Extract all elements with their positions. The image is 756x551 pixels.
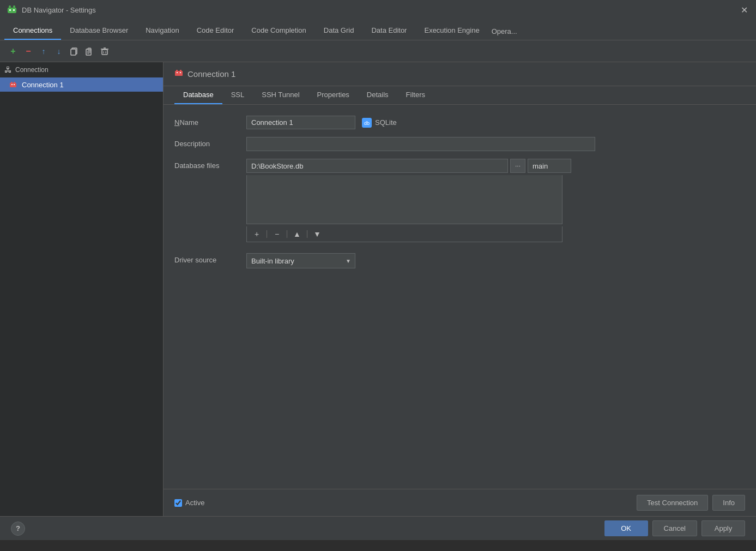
tab-code-completion[interactable]: Code Completion: [243, 22, 315, 40]
delete-button[interactable]: [98, 45, 111, 58]
connection1-icon: [9, 80, 17, 89]
svg-rect-4: [13, 9, 15, 11]
ok-button[interactable]: OK: [604, 520, 648, 536]
svg-rect-24: [180, 70, 182, 72]
content-panel: Connection 1 Database SSL SSH Tunnel Pro…: [164, 62, 756, 516]
driver-source-row: Driver source Built-in library Custom Ma…: [174, 253, 745, 268]
sqlite-label: SQLite: [375, 118, 397, 127]
tab-more[interactable]: Opera...: [488, 23, 521, 40]
active-checkbox[interactable]: [174, 499, 182, 507]
apply-button[interactable]: Apply: [701, 520, 745, 536]
svg-rect-25: [177, 72, 178, 73]
inner-tabs: Database SSL SSH Tunnel Properties Detai…: [164, 86, 756, 105]
connection-group-icon: 🖧: [4, 65, 12, 74]
svg-rect-19: [14, 82, 15, 84]
schema-input[interactable]: [528, 159, 571, 173]
footer-left: ?: [11, 522, 25, 536]
paste-button[interactable]: [83, 45, 96, 58]
svg-rect-3: [9, 9, 11, 11]
name-input[interactable]: [246, 116, 355, 129]
sidebar-item-label: Connection 1: [22, 81, 64, 89]
inner-tab-database[interactable]: Database: [174, 86, 222, 104]
browse-button[interactable]: ···: [510, 159, 525, 173]
test-connection-button[interactable]: Test Connection: [637, 495, 708, 511]
svg-rect-0: [8, 8, 16, 13]
status-bar: [0, 540, 756, 551]
db-files-container: ··· + − ▲ ▼: [246, 159, 571, 242]
sqlite-icon: db: [362, 118, 372, 128]
db-files-remove-button[interactable]: −: [271, 229, 282, 239]
inner-tab-filters[interactable]: Filters: [397, 86, 434, 104]
cancel-button[interactable]: Cancel: [652, 520, 697, 536]
sidebar: 🖧 Connection Connection 1: [0, 62, 164, 516]
content-title: Connection 1: [188, 69, 235, 79]
title-bar-left: DB Navigator - Settings: [7, 4, 96, 15]
tab-connections[interactable]: Connections: [4, 22, 61, 40]
name-input-group: db SQLite: [246, 116, 397, 129]
footer: ? OK Cancel Apply: [0, 516, 756, 540]
svg-rect-8: [88, 48, 91, 50]
description-row: Description: [174, 137, 745, 151]
db-files-down-button[interactable]: ▼: [312, 229, 323, 239]
copy-button[interactable]: [68, 45, 81, 58]
window-title: DB Navigator - Settings: [22, 6, 96, 14]
move-up-button[interactable]: ↑: [37, 45, 50, 58]
inner-tab-details[interactable]: Details: [358, 86, 397, 104]
remove-connection-button[interactable]: −: [22, 45, 35, 58]
svg-point-2: [13, 5, 15, 8]
footer-right: OK Cancel Apply: [604, 520, 745, 536]
name-label: NName: [174, 116, 240, 127]
db-files-toolbar: + − ▲ ▼: [246, 226, 563, 242]
db-files-add-button[interactable]: +: [251, 229, 262, 239]
inner-tab-ssl[interactable]: SSL: [222, 86, 253, 104]
svg-rect-17: [10, 83, 16, 87]
svg-rect-12: [102, 50, 107, 55]
db-file-input-row: ···: [246, 159, 571, 173]
db-files-up-button[interactable]: ▲: [292, 229, 303, 239]
tab-database-browser[interactable]: Database Browser: [61, 22, 137, 40]
db-files-label: Database files: [174, 159, 240, 170]
top-nav: Connections Database Browser Navigation …: [0, 20, 756, 40]
driver-source-select[interactable]: Built-in library Custom Maven: [246, 253, 355, 268]
sqlite-badge: db SQLite: [362, 118, 397, 128]
tab-execution-engine[interactable]: Execution Engine: [415, 22, 488, 40]
name-row: NName db SQLite: [174, 116, 745, 129]
content-header: Connection 1: [164, 62, 756, 86]
svg-rect-18: [11, 82, 13, 84]
tab-data-editor[interactable]: Data Editor: [362, 22, 415, 40]
db-files-sep2: [287, 230, 287, 238]
sidebar-group-connection: 🖧 Connection: [0, 62, 163, 77]
sidebar-group-label: Connection: [15, 66, 49, 74]
driver-source-label: Driver source: [174, 253, 240, 264]
svg-text:db: db: [364, 121, 370, 126]
db-files-sep3: [307, 230, 307, 238]
add-connection-button[interactable]: +: [7, 45, 20, 58]
active-label: Active: [185, 499, 204, 507]
form-area: NName db SQLite: [164, 105, 756, 489]
svg-point-1: [9, 5, 11, 8]
tab-code-editor[interactable]: Code Editor: [188, 22, 243, 40]
help-button[interactable]: ?: [11, 522, 25, 536]
inner-tab-properties[interactable]: Properties: [309, 86, 358, 104]
active-checkbox-wrapper[interactable]: Active: [174, 499, 204, 507]
svg-rect-26: [180, 72, 181, 73]
title-bar: DB Navigator - Settings ✕: [0, 0, 756, 20]
tab-data-grid[interactable]: Data Grid: [315, 22, 363, 40]
svg-rect-21: [14, 84, 15, 85]
toolbar: + − ↑ ↓: [0, 40, 756, 62]
info-button[interactable]: Info: [712, 495, 745, 511]
svg-rect-6: [71, 49, 76, 55]
close-button[interactable]: ✕: [739, 4, 749, 15]
svg-rect-23: [176, 70, 178, 72]
svg-rect-20: [11, 84, 13, 85]
bottom-action-bar: Active Test Connection Info: [164, 489, 756, 516]
db-file-input[interactable]: [246, 159, 508, 173]
description-input[interactable]: [246, 137, 595, 151]
driver-source-select-wrapper[interactable]: Built-in library Custom Maven: [246, 253, 355, 268]
main-area: 🖧 Connection Connection 1: [0, 62, 756, 516]
description-label: Description: [174, 137, 240, 148]
tab-navigation[interactable]: Navigation: [137, 22, 188, 40]
move-down-button[interactable]: ↓: [52, 45, 65, 58]
inner-tab-ssh-tunnel[interactable]: SSH Tunnel: [253, 86, 308, 104]
sidebar-item-connection1[interactable]: Connection 1: [0, 77, 163, 92]
